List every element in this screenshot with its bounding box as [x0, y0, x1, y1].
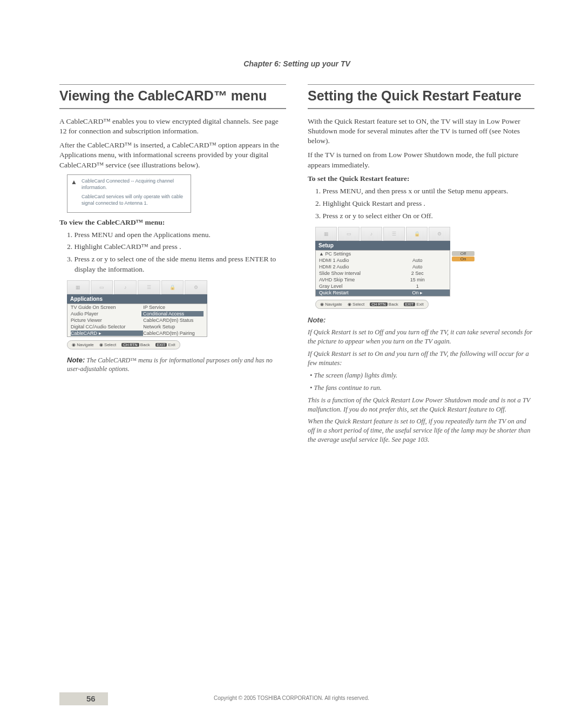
nav-hint: ◉ Navigate [72, 342, 94, 347]
note-label: Note: [308, 316, 326, 324]
alert-line2: CableCard services will only operate wit… [82, 194, 186, 206]
menu-footer: ◉ Navigate ◉ Select CH RTN Back EXIT Exi… [67, 340, 180, 349]
right-p1: With the Quick Restart feature set to ON… [308, 117, 534, 146]
right-notes: Note: If Quick Restart is set to Off and… [308, 315, 534, 445]
menu-row: CableCARD ▸CableCARD(tm) Pairing [67, 330, 207, 336]
tab-icon: ⚙ [429, 227, 450, 241]
menu-row: HDMI 2 AudioAuto [316, 264, 450, 270]
exit-hint: EXIT Exit [155, 342, 175, 347]
chapter-header: Chapter 6: Setting up your TV [59, 59, 534, 68]
tab-icon: ⚙ [185, 280, 207, 294]
back-hint: CH RTN Back [370, 302, 398, 307]
menu-row: Slide Show Interval2 Sec [316, 270, 450, 277]
alert-line1: CableCard Connected -- Acquiring channel… [82, 178, 186, 191]
menu-row: Gray Level1 [316, 283, 450, 289]
tab-icon: ▭ [338, 227, 360, 241]
note-text: The CableCARD™ menu is for informational… [67, 356, 273, 373]
menu-footer: ◉ Navigate ◉ Select CH RTN Back EXIT Exi… [315, 300, 429, 309]
note-para: If Quick Restart is set to On and you tu… [308, 349, 534, 368]
left-section-title: Viewing the CableCARD™ menu [59, 84, 286, 109]
note-para: If Quick Restart is set to Off and you t… [308, 328, 534, 346]
copyright-footer: Copyright © 2005 TOSHIBA CORPORATION. Al… [0, 695, 583, 701]
menu-row: AVHD Skip Time15 min [316, 277, 450, 283]
right-section-title: Setting the Quick Restart Feature [308, 84, 534, 109]
exit-hint: EXIT Exit [404, 302, 424, 307]
menu-row: Audio PlayerConditional Access [67, 311, 207, 317]
tab-icon: 🔒 [406, 227, 428, 241]
back-hint: CH RTN Back [121, 342, 150, 347]
note-para: When the Quick Restart feature is set to… [308, 417, 534, 444]
note-label: Note: [67, 356, 85, 364]
left-p1: A CableCARD™ enables you to view encrypt… [59, 117, 286, 136]
left-step-1: 1. Press MENU and open the Applications … [67, 230, 286, 240]
menu-row: Picture ViewerCableCARD(tm) Status [67, 317, 207, 323]
menu-row: HDMI 1 AudioAuto [316, 257, 450, 264]
left-column: Viewing the CableCARD™ menu A CableCARD™… [59, 84, 286, 448]
left-subhead: To view the CableCARD™ menu: [59, 218, 286, 227]
select-hint: ◉ Select [99, 342, 116, 347]
tab-icon: ▭ [91, 280, 113, 294]
tab-icon: ▦ [67, 280, 90, 294]
right-step-1: 1. Press MENU, and then press x or until… [315, 186, 534, 197]
menu-row: ▲ PC Settings [316, 251, 450, 257]
select-hint: ◉ Select [348, 302, 364, 307]
menu-row: Quick RestartOn ▸ [316, 289, 450, 296]
menu-row: TV Guide On ScreenIP Service [67, 304, 207, 311]
left-note: Note: The CableCARD™ menu is for informa… [67, 356, 286, 373]
setup-bar: Setup [315, 241, 450, 250]
left-steps: 1. Press MENU and open the Applications … [59, 230, 286, 275]
left-step-2: 2. Highlight CableCARD™ and press . [67, 242, 286, 252]
right-step-3: 3. Press z or y to select either On or O… [315, 211, 534, 221]
left-step-3: 3. Press z or y to select one of the sid… [67, 254, 286, 275]
applications-menu-screenshot: ▦ ▭ ♪ ☰ 🔒 ⚙ Applications TV Guide On Scr… [67, 280, 207, 349]
tab-icon: ♪ [114, 280, 137, 294]
tab-icon: ♪ [361, 227, 382, 241]
left-p2: After the CableCARD™ is inserted, a Cabl… [59, 140, 286, 170]
nav-hint: ◉ Navigate [320, 302, 342, 307]
setup-menu-screenshot: ▦ ▭ ♪ ☰ 🔒 ⚙ Setup ▲ PC SettingsHDMI 1 Au… [315, 227, 450, 309]
note-bullet: The fans continue to run. [310, 383, 534, 393]
right-column: Setting the Quick Restart Feature With t… [308, 84, 534, 448]
right-step-2: 2. Highlight Quick Restart and press . [315, 199, 534, 209]
tab-icon: ▦ [315, 227, 337, 241]
tab-icon: ☰ [138, 280, 160, 294]
note-para: This is a function of the Quick Restart … [308, 396, 534, 414]
note-bullet: The screen (lamp) lights dimly. [310, 371, 534, 380]
right-steps: 1. Press MENU, and then press x or until… [308, 186, 534, 221]
warning-icon: ▲ [71, 178, 78, 185]
tab-icon: ☰ [383, 227, 405, 241]
menu-row: Digital CC/Audio SelectorNetwork Setup [67, 323, 207, 330]
applications-bar: Applications [67, 294, 207, 304]
cablecard-alert-screenshot: ▲ CableCard Connected -- Acquiring chann… [67, 174, 191, 213]
tab-icon: 🔒 [161, 280, 184, 294]
right-p2: If the TV is turned on from Low Power Sh… [308, 150, 534, 170]
right-subhead: To set the Quick Restart feature: [308, 174, 534, 183]
